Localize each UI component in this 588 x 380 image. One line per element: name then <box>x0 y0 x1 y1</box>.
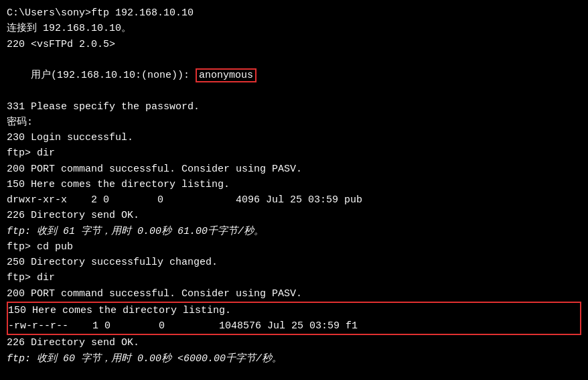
terminal-line-highlighted: 150 Here comes the directory listing. <box>8 303 580 318</box>
terminal-line: 220 <vsFTPd 2.0.5> <box>7 37 581 52</box>
terminal-line: 226 Directory send OK. <box>7 335 581 351</box>
terminal-line: C:\Users\sony>ftp 192.168.10.10 <box>7 5 581 21</box>
terminal-line: ftp> dir <box>7 270 581 286</box>
directory-listing-highlight: 150 Here comes the directory listing. -r… <box>7 302 581 336</box>
terminal-line: 250 Directory successfully changed. <box>7 255 581 270</box>
terminal-line: 连接到 192.168.10.10。 <box>7 21 581 36</box>
terminal-line: drwxr-xr-x 2 0 0 4096 Jul 25 03:59 pub <box>7 192 581 208</box>
terminal-line: 150 Here comes the directory listing. <box>7 177 581 192</box>
terminal-line: 230 Login successful. <box>7 130 581 145</box>
terminal-line-italic: ftp: 收到 61 字节，用时 0.00秒 61.00千字节/秒。 <box>7 224 581 239</box>
terminal-line-highlighted: -rw-r--r-- 1 0 0 1048576 Jul 25 03:59 f1 <box>8 318 580 334</box>
terminal-line: 密码: <box>7 115 581 130</box>
user-prompt-prefix: 用户(192.168.10.10:(none)): <box>31 70 196 81</box>
terminal-line: 200 PORT command successful. Consider us… <box>7 286 581 302</box>
terminal-line: ftp> cd pub <box>7 239 581 255</box>
terminal-line: 200 PORT command successful. Consider us… <box>7 162 581 177</box>
terminal-line-user-input: 用户(192.168.10.10:(none)): anonymous <box>7 52 581 99</box>
username-highlight: anonymous <box>196 68 256 82</box>
terminal-line-italic: ftp: 收到 60 字节，用时 0.00秒 <6000.00千字节/秒。 <box>7 351 581 367</box>
terminal-line: 331 Please specify the password. <box>7 99 581 115</box>
terminal-line: ftp> dir <box>7 145 581 161</box>
terminal-window: C:\Users\sony>ftp 192.168.10.10 连接到 192.… <box>7 5 581 375</box>
terminal-line: 226 Directory send OK. <box>7 208 581 223</box>
